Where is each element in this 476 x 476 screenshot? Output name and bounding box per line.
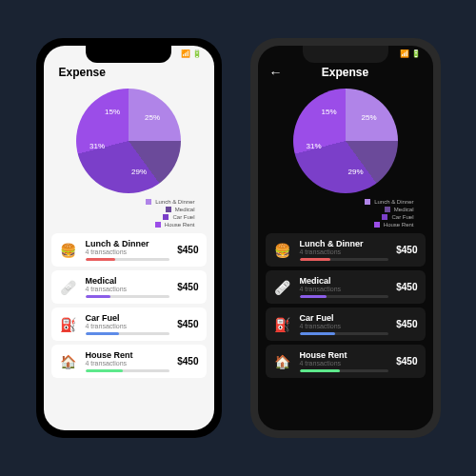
category-item[interactable]: 🏠House Rent4 transactions$450 xyxy=(266,345,426,378)
legend-swatch xyxy=(163,214,169,220)
category-amount: $450 xyxy=(396,282,417,292)
pie-label-29: 29% xyxy=(131,168,147,176)
category-name: Medical xyxy=(86,276,170,286)
progress-bar xyxy=(86,332,170,335)
category-sub: 4 transactions xyxy=(86,286,170,292)
progress-fill xyxy=(300,295,327,298)
progress-fill xyxy=(300,369,340,372)
status-icons: 📶 🔋 xyxy=(400,50,421,58)
house-icon: 🏠 xyxy=(59,352,78,371)
legend-label: House Rent xyxy=(165,222,195,228)
screen: 📶 🔋 ← Expense 25% 15% 31% 29% Lunch & Di… xyxy=(258,46,433,430)
progress-bar xyxy=(300,369,389,372)
category-sub: 4 transactions xyxy=(300,286,389,292)
progress-bar xyxy=(86,258,170,261)
category-amount: $450 xyxy=(177,319,198,329)
medkit-icon: 🩹 xyxy=(273,278,292,297)
legend-swatch xyxy=(385,207,390,212)
burger-icon: 🍔 xyxy=(59,241,78,260)
legend-item: House Rent xyxy=(155,222,195,228)
item-body: Car Fuel4 transactions xyxy=(300,313,389,335)
legend-item: Car Fuel xyxy=(163,214,194,220)
item-body: House Rent4 transactions xyxy=(300,350,389,372)
category-item[interactable]: 🩹Medical4 transactions$450 xyxy=(51,270,207,304)
legend-item: Lunch & Dinner xyxy=(146,199,194,205)
category-item[interactable]: ⛽Car Fuel4 transactions$450 xyxy=(51,307,207,341)
progress-fill xyxy=(86,258,115,261)
notch xyxy=(86,46,171,63)
burger-icon: 🍔 xyxy=(273,241,292,260)
legend-label: Medical xyxy=(394,207,414,212)
legend-item: Lunch & Dinner xyxy=(365,199,413,205)
category-item[interactable]: 🍔Lunch & Dinner4 transactions$450 xyxy=(266,233,426,267)
pie-wrap: 25% 15% 31% 29% xyxy=(293,89,398,193)
category-sub: 4 transactions xyxy=(86,248,170,255)
item-body: Medical4 transactions xyxy=(300,276,389,298)
pie-label-15: 15% xyxy=(322,108,337,116)
progress-fill xyxy=(300,332,336,335)
category-list: 🍔Lunch & Dinner4 transactions$450🩹Medica… xyxy=(44,233,214,430)
category-name: Lunch & Dinner xyxy=(300,239,389,248)
item-body: House Rent4 transactions xyxy=(86,350,170,372)
pie-label-31: 31% xyxy=(89,142,105,150)
category-list: 🍔Lunch & Dinner4 transactions$450🩹Medica… xyxy=(258,233,433,430)
item-body: Car Fuel4 transactions xyxy=(86,313,170,335)
medkit-icon: 🩹 xyxy=(59,278,78,297)
legend-swatch xyxy=(146,199,151,205)
header: ← Expense xyxy=(258,60,433,85)
item-body: Lunch & Dinner4 transactions xyxy=(86,239,170,261)
item-body: Medical4 transactions xyxy=(86,276,170,298)
notch xyxy=(303,46,388,63)
pie xyxy=(293,89,398,193)
back-button[interactable]: ← xyxy=(269,65,283,80)
category-item[interactable]: 🏠House Rent4 transactions$450 xyxy=(51,345,207,378)
pie xyxy=(76,89,181,193)
category-sub: 4 transactions xyxy=(300,248,389,255)
category-item[interactable]: 🩹Medical4 transactions$450 xyxy=(266,270,426,304)
fuel-icon: ⛽ xyxy=(59,315,78,334)
legend-label: Car Fuel xyxy=(172,214,194,220)
progress-bar xyxy=(300,332,389,335)
category-name: House Rent xyxy=(300,350,389,360)
legend-swatch xyxy=(382,214,387,220)
legend-label: House Rent xyxy=(384,222,414,228)
pie-label-29: 29% xyxy=(347,168,363,176)
category-name: House Rent xyxy=(86,350,170,360)
fuel-icon: ⛽ xyxy=(273,315,292,334)
legend-swatch xyxy=(365,199,370,205)
legend: Lunch & DinnerMedicalCar FuelHouse Rent xyxy=(258,197,433,233)
category-amount: $450 xyxy=(177,245,198,255)
page-title: Expense xyxy=(55,66,203,79)
category-item[interactable]: ⛽Car Fuel4 transactions$450 xyxy=(266,307,426,341)
legend-item: Medical xyxy=(385,207,414,212)
status-icons: 📶 🔋 xyxy=(181,50,202,58)
progress-fill xyxy=(86,332,120,335)
category-sub: 4 transactions xyxy=(86,360,170,367)
category-name: Car Fuel xyxy=(300,313,389,323)
pie-chart: 25% 15% 31% 29% xyxy=(44,85,214,197)
category-name: Medical xyxy=(300,276,389,286)
house-icon: 🏠 xyxy=(273,352,292,371)
category-name: Lunch & Dinner xyxy=(86,239,170,248)
category-amount: $450 xyxy=(177,356,198,367)
category-sub: 4 transactions xyxy=(86,323,170,329)
pie-label-15: 15% xyxy=(105,108,120,116)
item-body: Lunch & Dinner4 transactions xyxy=(300,239,389,261)
category-amount: $450 xyxy=(396,356,417,367)
progress-bar xyxy=(300,295,389,298)
header: Expense xyxy=(44,60,214,85)
screen: 📶 🔋 Expense 25% 15% 31% 29% Lunch & Dinn… xyxy=(44,46,214,430)
legend-item: Car Fuel xyxy=(382,214,413,220)
phone-dark-mode: 📶 🔋 ← Expense 25% 15% 31% 29% Lunch & Di… xyxy=(250,38,441,438)
page-title: Expense xyxy=(269,66,422,79)
pie-label-25: 25% xyxy=(361,113,376,122)
category-item[interactable]: 🍔Lunch & Dinner4 transactions$450 xyxy=(51,233,207,267)
legend-swatch xyxy=(155,222,161,228)
legend-label: Lunch & Dinner xyxy=(155,199,194,205)
legend-label: Medical xyxy=(175,207,195,212)
pie-chart: 25% 15% 31% 29% xyxy=(258,85,433,197)
category-name: Car Fuel xyxy=(86,313,170,323)
progress-bar xyxy=(86,295,170,298)
progress-bar xyxy=(300,258,389,261)
progress-bar xyxy=(86,369,170,372)
